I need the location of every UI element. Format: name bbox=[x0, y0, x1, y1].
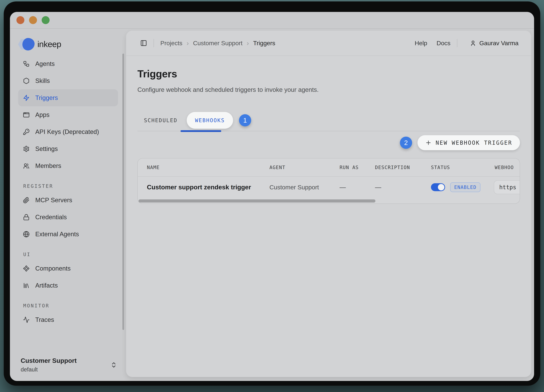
library-icon bbox=[23, 282, 30, 289]
trigger-agent-cell: Customer Support bbox=[269, 184, 340, 191]
main-header: Projects › Customer Support › Triggers H… bbox=[126, 31, 531, 56]
sidebar-item-credentials[interactable]: Credentials bbox=[18, 209, 118, 226]
sidebar: inkeep Agents Skills Triggers bbox=[10, 29, 126, 381]
breadcrumb-separator: › bbox=[187, 39, 189, 47]
sidebar-item-skills[interactable]: Skills bbox=[18, 72, 118, 89]
webhook-url-code[interactable]: https bbox=[494, 180, 520, 194]
paperclip-icon bbox=[23, 197, 30, 203]
new-webhook-trigger-label: NEW WEBHOOK TRIGGER bbox=[436, 140, 512, 146]
zap-icon bbox=[23, 95, 30, 101]
breadcrumb: Projects › Customer Support › Triggers bbox=[160, 39, 275, 47]
sidebar-item-artifacts[interactable]: Artifacts bbox=[18, 277, 118, 294]
sidebar-nav: Agents Skills Triggers Apps bbox=[18, 55, 118, 328]
sidebar-item-label: Traces bbox=[35, 316, 54, 323]
minimize-window-button[interactable] bbox=[29, 16, 37, 24]
active-tab-indicator bbox=[180, 130, 221, 132]
table-header-row: NAME AGENT RUN AS DESCRIPTION STATUS WEB… bbox=[138, 158, 520, 177]
sidebar-item-label: Apps bbox=[35, 111, 49, 118]
logo-blob-shape bbox=[22, 38, 35, 50]
user-name: Gaurav Varma bbox=[479, 40, 519, 47]
globe-icon bbox=[23, 231, 30, 238]
hexagon-icon bbox=[23, 77, 30, 84]
breadcrumb-current: Triggers bbox=[253, 40, 275, 47]
trigger-status-cell: ENABLED bbox=[431, 182, 495, 192]
breadcrumb-separator: › bbox=[247, 39, 249, 47]
sidebar-item-label: Agents bbox=[35, 60, 55, 67]
sidebar-section-register: REGISTER bbox=[23, 182, 118, 190]
sidebar-item-label: Members bbox=[35, 162, 61, 169]
tab-scheduled[interactable]: SCHEDULED bbox=[137, 117, 184, 124]
sidebar-scrollbar[interactable] bbox=[122, 53, 124, 330]
sidebar-item-label: Credentials bbox=[35, 214, 67, 221]
trigger-webhook-url-cell: https bbox=[495, 177, 520, 198]
header-divider bbox=[457, 39, 457, 47]
close-window-button[interactable] bbox=[17, 16, 24, 24]
sidebar-item-label: Artifacts bbox=[35, 282, 58, 289]
project-environment: default bbox=[21, 366, 110, 373]
plus-icon bbox=[425, 139, 432, 146]
breadcrumb-project[interactable]: Customer Support bbox=[193, 40, 242, 47]
user-icon bbox=[470, 40, 476, 46]
column-header-agent: AGENT bbox=[269, 165, 340, 170]
help-link[interactable]: Help bbox=[415, 40, 427, 47]
screenshot-stage: inkeep Agents Skills Triggers bbox=[0, 0, 544, 392]
breadcrumb-projects[interactable]: Projects bbox=[160, 40, 182, 47]
sidebar-item-settings[interactable]: Settings bbox=[18, 140, 118, 157]
column-header-status: STATUS bbox=[431, 165, 495, 170]
inkeep-logo-icon bbox=[18, 38, 34, 51]
project-switcher[interactable]: Customer Support default bbox=[18, 357, 118, 381]
app-window-icon bbox=[23, 112, 30, 118]
status-toggle[interactable] bbox=[431, 183, 445, 191]
tabs-underline bbox=[137, 131, 520, 131]
header-divider bbox=[154, 39, 154, 47]
toggle-knob bbox=[438, 184, 444, 190]
table-scrollbar-thumb[interactable] bbox=[139, 199, 375, 202]
sidebar-item-traces[interactable]: Traces bbox=[18, 311, 118, 328]
sidebar-section-ui: UI bbox=[23, 250, 118, 259]
new-webhook-trigger-button[interactable]: NEW WEBHOOK TRIGGER bbox=[418, 135, 520, 150]
sidebar-item-external-agents[interactable]: External Agents bbox=[18, 226, 118, 243]
sidebar-item-label: External Agents bbox=[35, 231, 79, 238]
sidebar-item-label: API Keys (Deprecated) bbox=[35, 128, 99, 135]
sidebar-item-mcp-servers[interactable]: MCP Servers bbox=[18, 192, 118, 209]
logo-wordmark: inkeep bbox=[37, 39, 61, 49]
users-icon bbox=[23, 163, 30, 169]
tab-webhooks[interactable]: WEBHOOKS bbox=[187, 112, 233, 129]
column-header-name: NAME bbox=[147, 165, 269, 170]
sidebar-item-members[interactable]: Members bbox=[18, 157, 118, 174]
gear-icon bbox=[23, 146, 30, 152]
sidebar-item-api-keys[interactable]: API Keys (Deprecated) bbox=[18, 123, 118, 140]
user-menu[interactable]: Gaurav Varma bbox=[470, 40, 519, 47]
sidebar-item-label: Triggers bbox=[35, 94, 58, 101]
page-content: Triggers Configure webhook and scheduled… bbox=[126, 56, 531, 377]
sidebar-item-label: MCP Servers bbox=[35, 196, 72, 204]
page-description: Configure webhook and scheduled triggers… bbox=[137, 86, 520, 93]
sidebar-section-monitor: MONITOR bbox=[23, 301, 118, 310]
project-switcher-text: Customer Support default bbox=[21, 357, 110, 373]
app-window: inkeep Agents Skills Triggers bbox=[10, 12, 534, 381]
sidebar-item-label: Settings bbox=[35, 145, 58, 152]
main-panel: Projects › Customer Support › Triggers H… bbox=[126, 31, 531, 377]
panel-left-icon bbox=[140, 40, 147, 47]
trigger-run-as-cell: — bbox=[340, 184, 375, 191]
activity-icon bbox=[23, 316, 30, 323]
table-scrollbar-track bbox=[138, 198, 520, 203]
sidebar-item-label: Skills bbox=[35, 77, 50, 84]
column-header-description: DESCRIPTION bbox=[375, 165, 431, 170]
sidebar-item-triggers[interactable]: Triggers bbox=[18, 89, 118, 106]
column-header-webhook-url: WEBHOO bbox=[495, 165, 520, 170]
page-title: Triggers bbox=[137, 68, 520, 80]
sidebar-item-components[interactable]: Components bbox=[18, 260, 118, 277]
workflow-icon bbox=[23, 60, 30, 67]
sidebar-item-apps[interactable]: Apps bbox=[18, 106, 118, 123]
triggers-table: NAME AGENT RUN AS DESCRIPTION STATUS WEB… bbox=[137, 158, 520, 204]
docs-link[interactable]: Docs bbox=[437, 40, 450, 47]
table-row[interactable]: Customer support zendesk trigger Custome… bbox=[138, 177, 520, 198]
annotation-step-1-badge: 1 bbox=[239, 114, 251, 126]
trigger-description-cell: — bbox=[375, 184, 431, 191]
zoom-window-button[interactable] bbox=[42, 16, 50, 24]
sidebar-item-agents[interactable]: Agents bbox=[18, 55, 118, 72]
sidebar-toggle-button[interactable] bbox=[140, 40, 147, 47]
trigger-name-cell: Customer support zendesk trigger bbox=[147, 184, 269, 191]
tabs-row: SCHEDULED WEBHOOKS 1 bbox=[137, 112, 520, 129]
